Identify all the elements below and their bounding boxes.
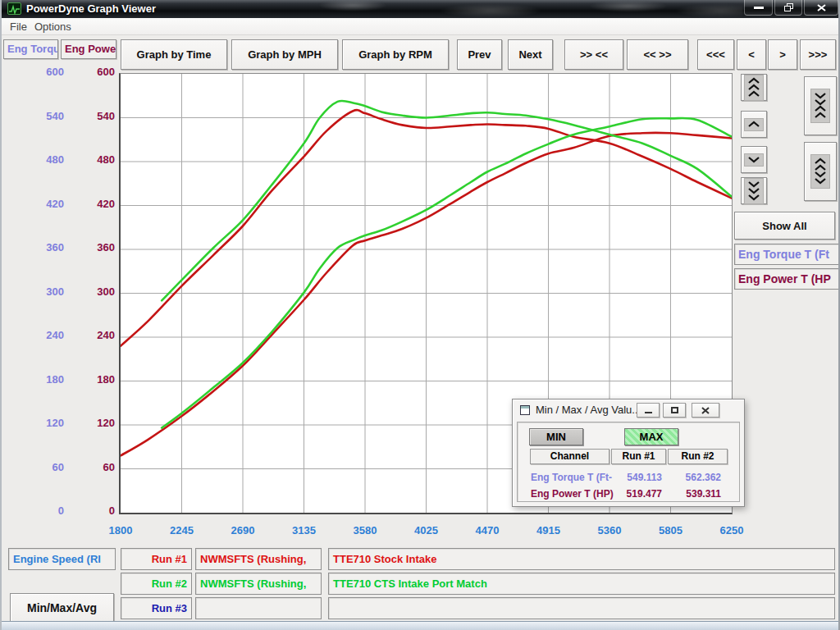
power-y-tick-label: 120 [67,417,115,429]
minmax-dialog-titlebar[interactable]: Min / Max / Avg Valu... [513,399,744,421]
close-icon [817,4,826,11]
rpm-x-tick-label: 5805 [642,524,700,536]
x-channel-field[interactable]: Engine Speed (RI [8,548,116,570]
triple-down-chevron-icon [744,178,764,204]
dialog-minimize-button[interactable] [637,403,660,418]
power-run1-max-value: 519.477 [611,488,662,500]
rpm-x-tick-label: 3580 [336,524,394,536]
up-chevron-icon [744,118,764,131]
min-toggle-button[interactable]: MIN [529,428,583,445]
dialog-maximize-button[interactable] [663,403,686,418]
title-bar[interactable]: PowerDyne Graph Viewer [2,0,840,18]
scroll-far-right-button[interactable]: >>> [800,39,836,70]
torque-y-tick-label: 360 [2,241,64,253]
scroll-right-button[interactable]: > [768,39,797,70]
graph-by-rpm-button[interactable]: Graph by RPM [342,39,449,70]
run1-file-field[interactable]: NWMSFTS (Rushing, [195,548,322,570]
torque-run2-max-value: 562.362 [670,472,721,483]
menu-file[interactable]: File [7,21,30,33]
run1-label-field[interactable]: Run #1 [121,548,192,570]
minmax-dialog: Min / Max / Avg Valu... MIN MAX Channel … [512,399,745,507]
torque-run1-max-value: 549.113 [611,472,662,483]
rpm-x-tick-label: 5360 [581,524,638,536]
app-icon [7,2,21,15]
torque-axis-header[interactable]: Eng Torque [3,39,58,59]
run2-column-header[interactable]: Run #2 [668,449,728,464]
zoom-in-x-button[interactable]: >> << [564,39,623,70]
minmaxavg-button[interactable]: Min/Max/Avg [10,593,114,622]
rpm-x-tick-label: 4915 [520,524,578,536]
dialog-close-icon [701,407,710,414]
run2-file-field[interactable]: NWMSFTS (Rushing, [195,573,322,595]
scale-up-button[interactable] [741,111,767,138]
minimize-button[interactable] [744,0,773,16]
next-button[interactable]: Next [508,39,553,70]
power-row-label: Eng Power T (HP) [531,488,621,500]
powerdyne-window: PowerDyne Graph Viewer File Options Grap… [0,0,840,630]
minimize-icon [754,7,764,9]
power-y-tick-label: 600 [67,66,115,78]
torque-y-tick-label: 600 [2,66,64,78]
compress-range-button[interactable] [804,76,837,135]
show-all-button[interactable]: Show All [734,212,835,240]
torque-y-tick-label: 480 [2,153,64,166]
torque-y-tick-label: 120 [2,417,64,429]
torque-y-tick-label: 60 [2,461,64,473]
torque-y-tick-label: 0 [2,504,64,517]
minmax-dialog-body: MIN MAX Channel Run #1 Run #2 Eng Torque… [517,422,740,502]
power-y-tick-label: 240 [67,329,115,341]
power-axis-header[interactable]: Eng Power [61,39,116,59]
run3-description-field[interactable] [328,597,835,619]
rpm-x-tick-label: 2690 [214,524,272,536]
run2-description-field[interactable]: TTE710 CTS Intake Port Match [328,573,835,595]
power-y-tick-label: 180 [67,373,115,386]
dialog-close-button[interactable] [692,403,719,418]
power-y-tick-label: 420 [67,198,115,210]
prev-button[interactable]: Prev [457,39,502,70]
run1-column-header[interactable]: Run #1 [611,449,666,464]
rpm-x-tick-label: 4470 [459,524,516,536]
window-title: PowerDyne Graph Viewer [26,2,156,15]
expand-range-button[interactable] [804,142,837,201]
power-y-tick-label: 480 [67,153,115,166]
restore-button[interactable] [774,0,802,16]
scale-up-fast-button[interactable] [741,74,767,101]
run1-description-field[interactable]: TTE710 Stock Intake [328,548,835,570]
expand-chevrons-icon [810,154,830,189]
menu-bar: File Options [2,18,840,35]
scroll-far-left-button[interactable]: <<< [697,39,734,70]
window-bottom-frame [2,621,840,630]
dialog-minimize-icon [645,412,652,413]
torque-y-tick-label: 300 [2,285,64,298]
torque-channel-button[interactable]: Eng Torque T (Ft [734,244,840,265]
rpm-x-tick-label: 2245 [153,524,211,536]
torque-row-label: Eng Torque T (Ft- [531,472,621,483]
run3-label-field[interactable]: Run #3 [121,597,192,619]
close-button[interactable] [804,0,838,16]
rpm-x-tick-label: 6250 [703,524,760,536]
power-y-tick-label: 540 [67,110,115,122]
scale-down-button[interactable] [741,146,767,173]
power-channel-button[interactable]: Eng Power T (HP [734,268,840,290]
scroll-left-button[interactable]: < [737,39,766,70]
power-y-tick-label: 360 [67,241,115,253]
torque-y-tick-label: 180 [2,373,64,386]
zoom-out-x-button[interactable]: << >> [627,39,688,70]
graph-by-mph-button[interactable]: Graph by MPH [231,39,338,70]
menu-options[interactable]: Options [31,21,75,33]
titlebar-gloss [284,0,743,18]
rpm-x-tick-label: 1800 [92,524,149,536]
run2-label-field[interactable]: Run #2 [121,573,192,595]
graph-by-time-button[interactable]: Graph by Time [121,39,227,70]
run3-file-field[interactable] [195,597,322,619]
max-toggle-button[interactable]: MAX [624,428,678,445]
triple-up-chevron-icon [744,75,764,101]
dialog-page-icon [520,405,530,415]
dialog-title: Min / Max / Avg Valu... [536,404,641,416]
scale-down-fast-button[interactable] [741,177,767,204]
dialog-maximize-icon [671,407,678,413]
power-y-tick-label: 60 [67,461,115,473]
channel-column-header[interactable]: Channel [530,449,609,464]
rpm-x-tick-label: 4025 [398,524,455,536]
power-y-tick-label: 0 [67,504,115,517]
